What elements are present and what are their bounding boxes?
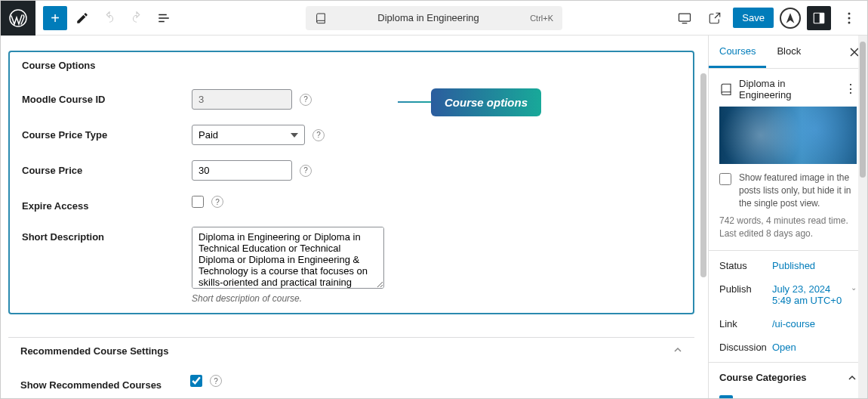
- svg-point-6: [848, 21, 851, 23]
- callout-bubble: Course options: [431, 88, 541, 116]
- link-value[interactable]: /ui-course: [772, 318, 857, 329]
- category-item[interactable]: Category 1: [709, 392, 867, 398]
- document-overview-icon[interactable]: [152, 6, 176, 30]
- featured-visibility-checkbox[interactable]: [719, 173, 731, 185]
- shortcut-hint: Ctrl+K: [530, 14, 553, 23]
- top-toolbar: + Diploma in Engineering Ctrl+K Save: [1, 1, 867, 36]
- course-categories-header[interactable]: Course Categories: [709, 363, 867, 392]
- view-device-icon[interactable]: [673, 6, 697, 30]
- wordpress-logo[interactable]: [1, 1, 35, 36]
- external-link-icon[interactable]: [703, 6, 727, 30]
- book-icon: [719, 82, 733, 96]
- editor-scrollbar[interactable]: [700, 73, 707, 398]
- chevron-up-icon: [848, 373, 857, 382]
- collapse-icon[interactable]: [673, 345, 682, 357]
- show-rec-checkbox[interactable]: [190, 375, 202, 387]
- editor-pane: Course Options Moodle Course ID ? Course…: [1, 36, 709, 398]
- page-scrollbar[interactable]: [858, 36, 867, 398]
- course-options-title: Course Options: [22, 60, 96, 71]
- discussion-label: Discussion: [719, 342, 772, 353]
- expire-access-checkbox[interactable]: [192, 196, 204, 208]
- recommended-title: Recommended Course Settings: [20, 345, 169, 357]
- help-icon[interactable]: ?: [312, 129, 325, 141]
- svg-point-5: [848, 17, 851, 19]
- moodle-id-input: [192, 89, 292, 110]
- featured-image[interactable]: [719, 107, 857, 164]
- astra-icon[interactable]: [780, 8, 801, 29]
- discussion-value[interactable]: Open: [772, 342, 857, 353]
- svg-rect-1: [679, 14, 691, 21]
- word-count-text: 742 words, 4 minutes read time.: [719, 215, 857, 226]
- publish-label: Publish: [719, 283, 772, 306]
- tab-block[interactable]: Block: [766, 36, 811, 68]
- undo-icon[interactable]: [97, 6, 122, 30]
- category-label: Category 1: [740, 397, 789, 398]
- featured-visibility-label: Show featured image in the posts lists o…: [739, 172, 857, 209]
- price-type-select[interactable]: Paid: [192, 125, 305, 145]
- more-options-icon[interactable]: [837, 6, 861, 30]
- last-edited-text: Last edited 8 days ago.: [719, 228, 857, 239]
- short-desc-textarea[interactable]: Diploma in Engineering or Diploma in Tec…: [192, 227, 384, 289]
- course-actions-icon[interactable]: ⋮: [845, 83, 857, 95]
- help-icon[interactable]: ?: [300, 94, 312, 106]
- publish-value[interactable]: July 23, 2024 5:49 am UTC+0: [772, 283, 848, 306]
- status-value[interactable]: Published: [772, 260, 857, 271]
- course-price-label: Course Price: [22, 160, 192, 176]
- help-icon[interactable]: ?: [300, 165, 312, 177]
- add-block-button[interactable]: +: [43, 6, 67, 30]
- chevron-down-icon: ⌄: [851, 283, 857, 306]
- callout: Course options: [431, 88, 541, 116]
- recommended-settings-panel: Recommended Course Settings Show Recomme…: [8, 337, 694, 398]
- svg-rect-3: [820, 13, 824, 23]
- book-icon: [315, 12, 327, 24]
- tab-courses[interactable]: Courses: [709, 36, 766, 68]
- save-button[interactable]: Save: [733, 8, 774, 28]
- redo-icon[interactable]: [125, 6, 149, 30]
- document-title: Diploma in Engineering: [333, 12, 524, 23]
- settings-sidebar: Courses Block Diploma in Engineering ⋮ S…: [709, 36, 867, 398]
- checkbox-checked-icon[interactable]: [719, 395, 733, 398]
- sidebar-course-title: Diploma in Engineering: [739, 78, 839, 101]
- settings-panel-toggle[interactable]: [807, 6, 831, 30]
- expire-access-label: Expire Access: [22, 196, 192, 212]
- status-label: Status: [719, 260, 772, 271]
- moodle-id-label: Moodle Course ID: [22, 89, 192, 105]
- edit-tool-icon[interactable]: [70, 6, 94, 30]
- course-price-input[interactable]: [192, 160, 292, 181]
- help-icon[interactable]: ?: [210, 375, 222, 387]
- short-desc-label: Short Description: [22, 227, 192, 243]
- show-rec-label: Show Recommended Courses: [20, 375, 190, 391]
- link-label: Link: [719, 318, 772, 329]
- svg-point-4: [848, 12, 851, 14]
- help-icon[interactable]: ?: [211, 196, 223, 208]
- short-desc-helper: Short description of course.: [22, 293, 681, 304]
- document-title-bar[interactable]: Diploma in Engineering Ctrl+K: [306, 6, 562, 30]
- course-options-panel: Course Options Moodle Course ID ? Course…: [8, 51, 694, 314]
- price-type-label: Course Price Type: [22, 125, 192, 141]
